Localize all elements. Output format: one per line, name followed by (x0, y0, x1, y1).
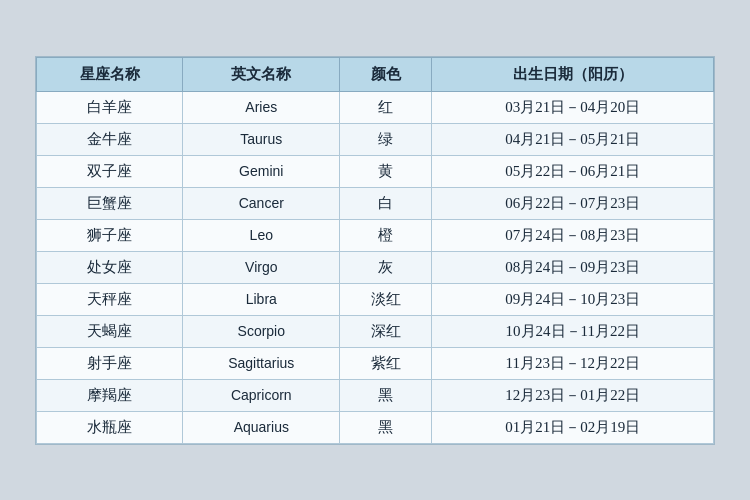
cell-color: 白 (340, 187, 432, 219)
table-row: 狮子座Leo橙07月24日－08月23日 (37, 219, 714, 251)
table-row: 射手座Sagittarius紫红11月23日－12月22日 (37, 347, 714, 379)
cell-english-name: Gemini (183, 155, 340, 187)
cell-chinese-name: 水瓶座 (37, 411, 183, 443)
zodiac-table: 星座名称 英文名称 颜色 出生日期（阳历） 白羊座Aries红03月21日－04… (36, 57, 714, 444)
header-color: 颜色 (340, 57, 432, 91)
zodiac-table-container: 星座名称 英文名称 颜色 出生日期（阳历） 白羊座Aries红03月21日－04… (35, 56, 715, 445)
cell-dates: 07月24日－08月23日 (432, 219, 714, 251)
cell-english-name: Taurus (183, 123, 340, 155)
cell-english-name: Aries (183, 91, 340, 123)
cell-chinese-name: 巨蟹座 (37, 187, 183, 219)
cell-dates: 11月23日－12月22日 (432, 347, 714, 379)
table-row: 摩羯座Capricorn黑12月23日－01月22日 (37, 379, 714, 411)
cell-chinese-name: 摩羯座 (37, 379, 183, 411)
table-row: 巨蟹座Cancer白06月22日－07月23日 (37, 187, 714, 219)
table-header-row: 星座名称 英文名称 颜色 出生日期（阳历） (37, 57, 714, 91)
cell-chinese-name: 天秤座 (37, 283, 183, 315)
cell-color: 红 (340, 91, 432, 123)
cell-color: 深红 (340, 315, 432, 347)
header-chinese-name: 星座名称 (37, 57, 183, 91)
table-row: 白羊座Aries红03月21日－04月20日 (37, 91, 714, 123)
table-row: 天秤座Libra淡红09月24日－10月23日 (37, 283, 714, 315)
cell-dates: 04月21日－05月21日 (432, 123, 714, 155)
table-row: 水瓶座Aquarius黑01月21日－02月19日 (37, 411, 714, 443)
cell-chinese-name: 处女座 (37, 251, 183, 283)
cell-dates: 06月22日－07月23日 (432, 187, 714, 219)
cell-dates: 09月24日－10月23日 (432, 283, 714, 315)
cell-chinese-name: 射手座 (37, 347, 183, 379)
cell-color: 紫红 (340, 347, 432, 379)
cell-color: 橙 (340, 219, 432, 251)
table-row: 金牛座Taurus绿04月21日－05月21日 (37, 123, 714, 155)
cell-english-name: Leo (183, 219, 340, 251)
header-english-name: 英文名称 (183, 57, 340, 91)
cell-chinese-name: 狮子座 (37, 219, 183, 251)
cell-color: 黄 (340, 155, 432, 187)
cell-dates: 10月24日－11月22日 (432, 315, 714, 347)
cell-chinese-name: 双子座 (37, 155, 183, 187)
header-dates: 出生日期（阳历） (432, 57, 714, 91)
cell-color: 淡红 (340, 283, 432, 315)
cell-color: 黑 (340, 379, 432, 411)
cell-english-name: Libra (183, 283, 340, 315)
cell-dates: 08月24日－09月23日 (432, 251, 714, 283)
cell-english-name: Cancer (183, 187, 340, 219)
cell-dates: 01月21日－02月19日 (432, 411, 714, 443)
cell-chinese-name: 金牛座 (37, 123, 183, 155)
cell-chinese-name: 白羊座 (37, 91, 183, 123)
cell-english-name: Capricorn (183, 379, 340, 411)
cell-english-name: Scorpio (183, 315, 340, 347)
table-row: 双子座Gemini黄05月22日－06月21日 (37, 155, 714, 187)
table-row: 处女座Virgo灰08月24日－09月23日 (37, 251, 714, 283)
cell-color: 灰 (340, 251, 432, 283)
cell-english-name: Virgo (183, 251, 340, 283)
cell-dates: 05月22日－06月21日 (432, 155, 714, 187)
cell-chinese-name: 天蝎座 (37, 315, 183, 347)
cell-english-name: Sagittarius (183, 347, 340, 379)
cell-dates: 03月21日－04月20日 (432, 91, 714, 123)
cell-color: 黑 (340, 411, 432, 443)
cell-color: 绿 (340, 123, 432, 155)
cell-dates: 12月23日－01月22日 (432, 379, 714, 411)
table-row: 天蝎座Scorpio深红10月24日－11月22日 (37, 315, 714, 347)
cell-english-name: Aquarius (183, 411, 340, 443)
table-body: 白羊座Aries红03月21日－04月20日金牛座Taurus绿04月21日－0… (37, 91, 714, 443)
